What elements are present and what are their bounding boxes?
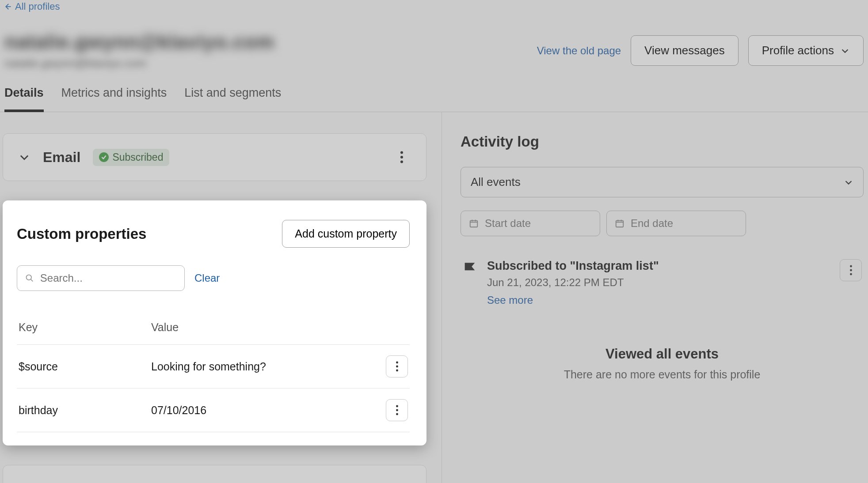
svg-point-9 [396,413,398,415]
col-value: Value [151,321,381,334]
chevron-down-icon [840,46,850,56]
chevron-down-icon[interactable] [18,151,30,163]
custom-properties-title: Custom properties [17,226,146,242]
row-menu[interactable] [386,399,408,421]
svg-point-6 [396,370,398,372]
events-filter-select[interactable]: All events [461,167,864,197]
prop-value: Looking for something? [151,360,381,373]
kebab-icon [396,405,399,415]
subscription-status-badge: Subscribed [93,149,169,166]
kebab-icon [849,265,853,275]
events-filter-value: All events [471,175,521,189]
search-icon [25,273,34,283]
calendar-icon [615,219,624,228]
svg-rect-11 [616,221,624,227]
activity-event: Subscribed to "Instagram list" Jun 21, 2… [461,249,864,306]
custom-properties-card: Custom properties Add custom property Cl… [3,200,426,445]
svg-point-5 [396,366,398,368]
activity-end-sub: There are no more events for this profil… [461,368,864,381]
profile-email-title: natalie.gwynn@klaviyo.com [4,31,274,53]
tab-lists-segments[interactable]: List and segments [184,86,281,112]
event-timestamp: Jun 21, 2023, 12:22 PM EDT [487,276,830,289]
profile-tabs: Details Metrics and insights List and se… [0,75,868,112]
flag-icon [462,261,477,276]
view-old-page-link[interactable]: View the old page [537,45,621,57]
start-date-input[interactable]: Start date [461,211,600,236]
prop-value: 07/10/2016 [151,404,381,417]
svg-point-13 [850,269,852,272]
status-text: Subscribed [112,151,163,163]
tab-metrics[interactable]: Metrics and insights [61,86,167,112]
profile-header: natalie.gwynn@klaviyo.com natalie.gwynn@… [0,15,868,75]
kebab-icon [400,151,404,163]
tab-details[interactable]: Details [4,86,44,112]
email-card-title: Email [43,149,80,166]
row-menu[interactable] [386,355,408,377]
svg-point-12 [850,265,852,268]
profile-actions-button[interactable]: Profile actions [748,35,864,66]
svg-point-4 [396,362,398,364]
email-channel-card: Email Subscribed [3,133,426,181]
activity-log-title: Activity log [461,133,864,150]
search-input[interactable] [40,272,176,284]
back-link-label: All profiles [15,1,60,12]
custom-properties-search[interactable] [17,265,185,291]
check-circle-icon [99,152,109,162]
prop-key: birthday [19,404,151,417]
svg-point-2 [400,160,403,163]
calendar-icon [469,219,479,228]
view-messages-label: View messages [644,44,725,57]
start-date-placeholder: Start date [485,217,531,230]
arrow-left-icon [4,3,11,11]
svg-point-0 [400,151,403,154]
table-row: $source Looking for something? [17,345,410,389]
col-key: Key [19,321,151,334]
end-date-input[interactable]: End date [606,211,746,236]
end-date-placeholder: End date [631,217,673,230]
svg-point-3 [26,275,31,280]
activity-end-heading: Viewed all events [461,346,864,362]
clear-search-link[interactable]: Clear [194,272,220,284]
activity-end: Viewed all events There are no more even… [461,346,864,381]
svg-point-1 [400,156,403,158]
view-messages-button[interactable]: View messages [631,35,739,66]
prop-key: $source [19,360,151,373]
add-custom-property-button[interactable]: Add custom property [282,220,410,248]
svg-rect-10 [470,221,478,227]
event-title: Subscribed to "Instagram list" [487,259,830,273]
svg-point-7 [396,405,398,408]
event-menu[interactable] [840,259,862,281]
kebab-icon [396,361,399,372]
chevron-down-icon [844,177,853,187]
svg-point-14 [850,273,852,275]
back-to-all-profiles[interactable]: All profiles [0,0,868,15]
profile-email-sub: natalie.gwynn@klaviyo.com [4,57,274,70]
email-card-menu[interactable] [392,148,411,166]
event-see-more[interactable]: See more [487,294,830,306]
information-card: Information [3,465,426,483]
svg-point-8 [396,409,398,411]
custom-properties-table: Key Value $source Looking for something? [17,310,410,432]
profile-actions-label: Profile actions [762,44,834,57]
table-row: birthday 07/10/2016 [17,389,410,432]
